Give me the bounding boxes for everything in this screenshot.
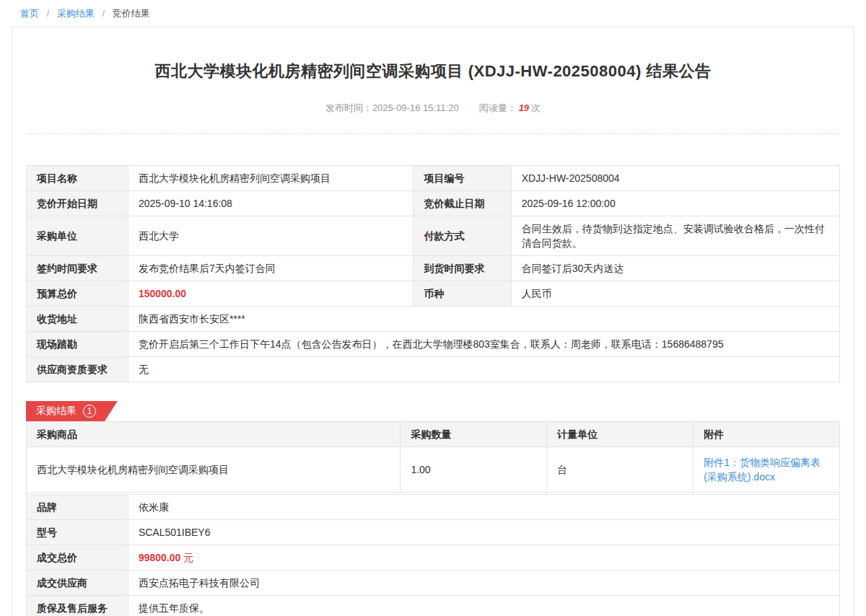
field-label: 现场踏勘: [27, 332, 128, 357]
field-label: 质保及售后服务: [27, 596, 128, 616]
table-row: 预算总价 150000.00 币种 人民币: [27, 281, 840, 307]
field-label: 收货地址: [27, 307, 128, 332]
field-label: 成交总价: [27, 545, 128, 571]
result-count-badge: 1: [83, 405, 96, 418]
table-row: 现场踏勘 竞价开启后第三个工作日下午14点（包含公告发布日），在西北大学物理楼8…: [27, 332, 840, 357]
breadcrumb: 首页 / 采购结果 / 竞价结果: [0, 0, 866, 27]
field-value: XDJJ-HW-202508004: [511, 166, 839, 191]
publish-time-label: 发布时间：: [325, 102, 372, 113]
budget-total-value: 150000.00: [128, 281, 414, 307]
product-name-cell: 西北大学模块化机房精密列间空调采购项目: [27, 447, 401, 493]
deal-price-amount: 99800.00: [139, 552, 180, 563]
attachment-link[interactable]: 附件1：货物类响应偏离表(采购系统).docx: [704, 457, 821, 483]
column-header-quantity: 采购数量: [401, 422, 547, 447]
field-value: 2025-09-16 12:00:00: [511, 191, 839, 216]
quantity-cell: 1.00: [401, 447, 547, 493]
field-label: 币种: [414, 281, 511, 307]
table-row: 供应商资质要求 无: [27, 357, 840, 382]
field-label: 供应商资质要求: [27, 357, 128, 382]
field-label: 项目编号: [414, 166, 511, 191]
model-value: SCAL501IBEY6: [128, 520, 839, 545]
field-value: 合同生效后，待货物到达指定地点、安装调试验收合格后，一次性付清合同货款。: [511, 216, 839, 256]
column-header-attachment: 附件: [694, 422, 840, 447]
attachment-cell: 附件1：货物类响应偏离表(采购系统).docx: [694, 447, 840, 493]
field-label: 品牌: [27, 495, 128, 520]
field-value: 竞价开启后第三个工作日下午14点（包含公告发布日），在西北大学物理楼803室集合…: [128, 332, 839, 357]
field-value: 人民币: [511, 281, 839, 307]
brand-value: 依米康: [128, 495, 839, 520]
field-value: 西北大学模块化机房精密列间空调采购项目: [128, 166, 414, 191]
table-row: 型号 SCAL501IBEY6: [27, 520, 840, 545]
deal-price-unit: 元: [183, 552, 193, 563]
field-label: 付款方式: [414, 216, 511, 256]
breadcrumb-separator: /: [102, 8, 105, 19]
field-value: 陕西省西安市长安区****: [128, 307, 839, 332]
breadcrumb-current: 竞价结果: [113, 8, 150, 19]
warranty-value: 提供五年质保。: [128, 596, 839, 616]
table-row: 西北大学模块化机房精密列间空调采购项目 1.00 台 附件1：货物类响应偏离表(…: [27, 447, 840, 493]
views-count: 19: [519, 102, 529, 113]
table-row: 竞价开始日期 2025-09-10 14:16:08 竞价截止日期 2025-0…: [27, 191, 840, 216]
publish-time-value: 2025-09-16 15:11:20: [372, 102, 459, 113]
views-label: 阅读量：: [479, 102, 517, 113]
table-row: 收货地址 陕西省西安市长安区****: [27, 307, 840, 332]
field-label: 到货时间要求: [414, 256, 511, 281]
field-label: 型号: [27, 520, 128, 545]
project-info-table: 项目名称 西北大学模块化机房精密列间空调采购项目 项目编号 XDJJ-HW-20…: [26, 165, 840, 382]
table-row: 品牌 依米康: [27, 495, 840, 520]
field-value: 西北大学: [128, 216, 414, 256]
supplier-value: 西安点拓电子科技有限公司: [128, 571, 839, 596]
field-label: 竞价开始日期: [27, 191, 128, 216]
field-label: 项目名称: [27, 166, 128, 191]
field-value: 无: [128, 357, 839, 382]
divider: [26, 133, 840, 134]
deal-detail-table: 品牌 依米康 型号 SCAL501IBEY6 成交总价 99800.00 元 成…: [26, 494, 840, 616]
unit-cell: 台: [547, 447, 694, 493]
table-row: 签约时间要求 发布竞价结果后7天内签订合同 到货时间要求 合同签订后30天内送达: [27, 256, 840, 281]
table-header-row: 采购商品 采购数量 计量单位 附件: [27, 422, 840, 447]
views-unit: 次: [531, 102, 541, 113]
breadcrumb-home-link[interactable]: 首页: [20, 8, 39, 19]
article-meta: 发布时间：2025-09-16 15:11:20阅读量：19次: [26, 102, 840, 115]
table-row: 质保及售后服务 提供五年质保。: [27, 596, 840, 616]
table-row: 项目名称 西北大学模块化机房精密列间空调采购项目 项目编号 XDJJ-HW-20…: [27, 166, 840, 191]
column-header-product: 采购商品: [27, 422, 401, 447]
procurement-result-table: 采购商品 采购数量 计量单位 附件 西北大学模块化机房精密列间空调采购项目 1.…: [26, 421, 840, 493]
table-row: 采购单位 西北大学 付款方式 合同生效后，待货物到达指定地点、安装调试验收合格后…: [27, 216, 840, 256]
ribbon-label: 采购结果: [36, 405, 76, 418]
breadcrumb-separator: /: [47, 8, 50, 19]
field-value: 合同签订后30天内送达: [511, 256, 839, 281]
breadcrumb-procurement-results-link[interactable]: 采购结果: [57, 8, 95, 19]
field-value: 2025-09-10 14:16:08: [128, 191, 414, 216]
field-label: 预算总价: [27, 281, 128, 307]
field-label: 签约时间要求: [27, 256, 128, 281]
page-title: 西北大学模块化机房精密列间空调采购项目 (XDJJ-HW-202508004) …: [26, 27, 840, 82]
field-label: 采购单位: [27, 216, 128, 256]
announcement-card: 西北大学模块化机房精密列间空调采购项目 (XDJJ-HW-202508004) …: [12, 27, 854, 616]
table-row: 成交供应商 西安点拓电子科技有限公司: [27, 571, 840, 596]
field-label: 竞价截止日期: [414, 191, 511, 216]
table-row: 成交总价 99800.00 元: [27, 545, 840, 571]
field-value: 发布竞价结果后7天内签订合同: [128, 256, 414, 281]
deal-price-value: 99800.00 元: [128, 545, 839, 571]
field-label: 成交供应商: [27, 571, 128, 596]
column-header-unit: 计量单位: [547, 422, 694, 447]
procurement-result-ribbon: 采购结果 1: [26, 401, 118, 421]
